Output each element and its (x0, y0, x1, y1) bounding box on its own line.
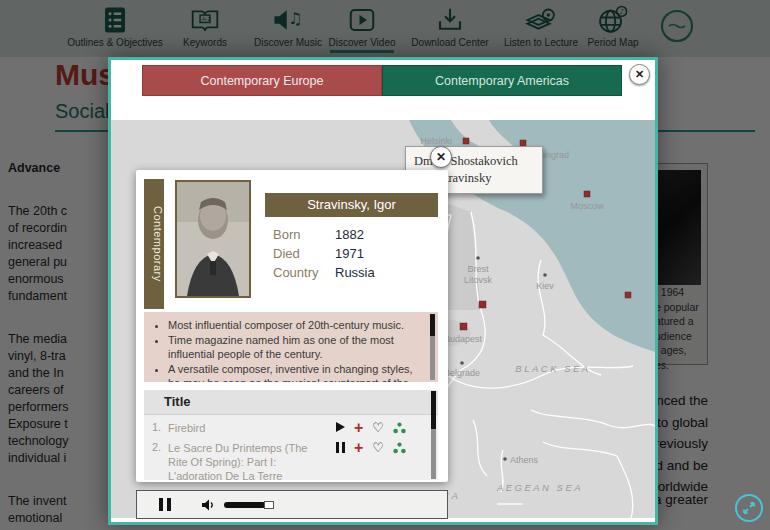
playlist-panel: Title 1. Firebird + ♡ 2. Le Sacre Du Pri… (144, 390, 438, 480)
city-label: Belgrade (444, 368, 480, 378)
related-tracks-icon[interactable] (393, 422, 406, 434)
field-value: 1971 (335, 244, 364, 263)
composer-card: Contemporary Stravinsky, Igor Born1882 D… (136, 170, 448, 482)
volume-icon[interactable] (201, 498, 216, 512)
track-row: 2. Le Sacre Du Printemps (The Rite Of Sp… (144, 435, 438, 480)
track-row: 1. Firebird + ♡ (144, 415, 438, 435)
map-marker[interactable] (463, 138, 469, 144)
city-label: Moscow (570, 201, 604, 211)
add-track-icon[interactable]: + (354, 422, 363, 433)
composer-info: Born1882 Died1971 CountryRussia (273, 225, 375, 282)
volume-slider[interactable] (224, 501, 276, 509)
map-marker[interactable] (479, 301, 486, 308)
volume-handle[interactable] (264, 501, 274, 509)
city-label: Kiev (536, 281, 554, 291)
field-label: Born (273, 225, 335, 244)
audio-player (136, 490, 448, 519)
composer-name: Stravinsky, Igor (265, 193, 438, 217)
playlist-header: Title (144, 390, 438, 415)
track-title[interactable]: Le Sacre Du Printemps (The Rite Of Sprin… (168, 441, 326, 480)
era-strip: Contemporary (144, 179, 164, 309)
bio-scrollbar[interactable] (430, 314, 435, 380)
field-value: 1882 (335, 225, 364, 244)
track-title[interactable]: Firebird (168, 421, 326, 435)
city-label: Litovsk (464, 275, 493, 285)
city-label: Athens (510, 455, 539, 465)
tab-contemporary-americas[interactable]: Contemporary Americas (382, 65, 622, 96)
field-value: Russia (335, 263, 375, 282)
player-pause-button[interactable] (159, 498, 171, 511)
map-marker[interactable] (584, 191, 590, 197)
add-track-icon[interactable]: + (354, 442, 363, 453)
field-label: Died (273, 244, 335, 263)
modal-tab-bar: Contemporary Europe Contemporary America… (111, 60, 655, 120)
track-number: 2. (152, 441, 168, 480)
composer-bio-panel: Most influential composer of 20th-centur… (144, 312, 438, 382)
modal-close-button[interactable]: ✕ (629, 64, 650, 85)
expand-fab-button[interactable] (735, 494, 763, 522)
related-tracks-icon[interactable] (393, 442, 406, 454)
favorite-icon[interactable]: ♡ (372, 422, 384, 433)
pause-track-icon[interactable] (336, 442, 345, 453)
sea-label: AEGEAN SEA (496, 482, 583, 493)
map-marker[interactable] (460, 323, 467, 330)
card-close-button[interactable]: ✕ (430, 146, 452, 168)
period-map-modal: Contemporary Europe Contemporary America… (108, 57, 658, 525)
tab-contemporary-europe[interactable]: Contemporary Europe (142, 65, 382, 96)
track-number: 1. (152, 421, 168, 435)
bio-bullet: Time magazine named him as one of the mo… (168, 333, 424, 362)
map-marker[interactable] (625, 292, 631, 298)
city-label: Helsinki (420, 136, 452, 146)
playlist-scrollbar[interactable] (431, 391, 436, 479)
app-window: Outlines & Objectives A-Z Keywords ♫ Dis… (0, 0, 770, 530)
city-label: Brest (467, 264, 489, 274)
bio-bullet: Most influential composer of 20th-centur… (168, 318, 424, 333)
field-label: Country (273, 263, 335, 282)
play-track-icon[interactable] (336, 422, 345, 432)
sea-label: BLACK SEA (515, 363, 590, 374)
city-label: Budapest (444, 334, 483, 344)
favorite-icon[interactable]: ♡ (372, 442, 384, 453)
bio-bullet: A versatile composer, inventive in chang… (168, 362, 424, 383)
composer-portrait (175, 180, 251, 298)
